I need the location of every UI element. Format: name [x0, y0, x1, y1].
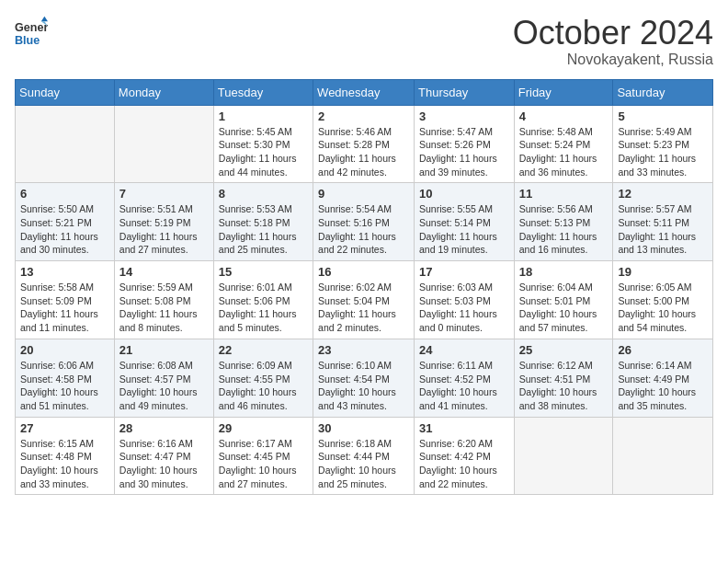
- cell-info: Sunrise: 5:54 AM Sunset: 5:16 PM Dayligh…: [318, 202, 409, 257]
- calendar-cell: 7Sunrise: 5:51 AM Sunset: 5:19 PM Daylig…: [114, 183, 213, 261]
- week-row-4: 20Sunrise: 6:06 AM Sunset: 4:58 PM Dayli…: [16, 339, 713, 417]
- cell-info: Sunrise: 5:47 AM Sunset: 5:26 PM Dayligh…: [419, 125, 509, 179]
- cell-info: Sunrise: 5:58 AM Sunset: 5:09 PM Dayligh…: [20, 281, 109, 335]
- cell-info: Sunrise: 5:53 AM Sunset: 5:18 PM Dayligh…: [219, 202, 308, 257]
- day-number: 28: [119, 421, 209, 435]
- location: Novokayakent, Russia: [513, 52, 713, 68]
- cell-info: Sunrise: 6:02 AM Sunset: 5:04 PM Dayligh…: [318, 281, 409, 335]
- day-number: 19: [618, 265, 708, 279]
- day-number: 2: [318, 109, 409, 123]
- calendar-cell: [613, 417, 713, 495]
- day-number: 6: [20, 187, 109, 201]
- day-number: 29: [219, 421, 308, 435]
- calendar-cell: 29Sunrise: 6:17 AM Sunset: 4:45 PM Dayli…: [213, 417, 313, 495]
- day-number: 31: [419, 421, 509, 435]
- day-number: 15: [219, 265, 308, 279]
- cell-info: Sunrise: 6:06 AM Sunset: 4:58 PM Dayligh…: [20, 359, 109, 413]
- calendar-cell: 27Sunrise: 6:15 AM Sunset: 4:48 PM Dayli…: [16, 417, 115, 495]
- day-number: 9: [318, 187, 409, 201]
- calendar-cell: 8Sunrise: 5:53 AM Sunset: 5:18 PM Daylig…: [213, 183, 313, 261]
- svg-marker-2: [41, 17, 48, 21]
- calendar-cell: 2Sunrise: 5:46 AM Sunset: 5:28 PM Daylig…: [313, 105, 415, 183]
- day-number: 3: [419, 109, 509, 123]
- cell-info: Sunrise: 6:16 AM Sunset: 4:47 PM Dayligh…: [119, 437, 209, 491]
- cell-info: Sunrise: 6:18 AM Sunset: 4:44 PM Dayligh…: [318, 437, 409, 491]
- cell-info: Sunrise: 5:49 AM Sunset: 5:23 PM Dayligh…: [618, 125, 708, 179]
- calendar-cell: [114, 105, 213, 183]
- cell-info: Sunrise: 6:20 AM Sunset: 4:42 PM Dayligh…: [419, 437, 509, 491]
- day-number: 30: [318, 421, 409, 435]
- calendar-cell: 22Sunrise: 6:09 AM Sunset: 4:55 PM Dayli…: [213, 339, 313, 417]
- title-block: October 2024 Novokayakent, Russia: [513, 15, 713, 68]
- day-number: 10: [419, 187, 509, 201]
- day-number: 22: [219, 343, 308, 357]
- svg-text:General: General: [15, 21, 48, 34]
- day-number: 23: [318, 343, 409, 357]
- cell-info: Sunrise: 5:48 AM Sunset: 5:24 PM Dayligh…: [519, 125, 609, 179]
- day-number: 7: [119, 187, 209, 201]
- day-number: 12: [618, 187, 708, 201]
- day-number: 25: [519, 343, 609, 357]
- day-number: 14: [119, 265, 209, 279]
- day-number: 5: [618, 109, 708, 123]
- cell-info: Sunrise: 5:46 AM Sunset: 5:28 PM Dayligh…: [318, 125, 409, 179]
- calendar-cell: 18Sunrise: 6:04 AM Sunset: 5:01 PM Dayli…: [514, 261, 613, 339]
- weekday-header-tuesday: Tuesday: [213, 79, 313, 105]
- logo: General Blue: [15, 15, 48, 48]
- calendar-cell: 14Sunrise: 5:59 AM Sunset: 5:08 PM Dayli…: [114, 261, 213, 339]
- calendar-cell: 16Sunrise: 6:02 AM Sunset: 5:04 PM Dayli…: [313, 261, 415, 339]
- day-number: 11: [519, 187, 609, 201]
- day-number: 4: [519, 109, 609, 123]
- calendar-cell: [514, 417, 613, 495]
- weekday-header-sunday: Sunday: [16, 79, 115, 105]
- calendar-cell: 30Sunrise: 6:18 AM Sunset: 4:44 PM Dayli…: [313, 417, 415, 495]
- cell-info: Sunrise: 5:59 AM Sunset: 5:08 PM Dayligh…: [119, 281, 209, 335]
- cell-info: Sunrise: 6:12 AM Sunset: 4:51 PM Dayligh…: [519, 359, 609, 413]
- cell-info: Sunrise: 6:17 AM Sunset: 4:45 PM Dayligh…: [219, 437, 308, 491]
- day-number: 1: [219, 109, 308, 123]
- calendar-cell: 23Sunrise: 6:10 AM Sunset: 4:54 PM Dayli…: [313, 339, 415, 417]
- cell-info: Sunrise: 6:03 AM Sunset: 5:03 PM Dayligh…: [419, 281, 509, 335]
- calendar-cell: 26Sunrise: 6:14 AM Sunset: 4:49 PM Dayli…: [613, 339, 713, 417]
- cell-info: Sunrise: 5:57 AM Sunset: 5:11 PM Dayligh…: [618, 202, 708, 257]
- cell-info: Sunrise: 6:08 AM Sunset: 4:57 PM Dayligh…: [119, 359, 209, 413]
- weekday-header-row: SundayMondayTuesdayWednesdayThursdayFrid…: [16, 79, 713, 105]
- day-number: 8: [219, 187, 308, 201]
- cell-info: Sunrise: 6:14 AM Sunset: 4:49 PM Dayligh…: [618, 359, 708, 413]
- day-number: 24: [419, 343, 509, 357]
- calendar-table: SundayMondayTuesdayWednesdayThursdayFrid…: [15, 79, 713, 496]
- cell-info: Sunrise: 6:15 AM Sunset: 4:48 PM Dayligh…: [20, 437, 109, 491]
- calendar-cell: 15Sunrise: 6:01 AM Sunset: 5:06 PM Dayli…: [213, 261, 313, 339]
- calendar-cell: 24Sunrise: 6:11 AM Sunset: 4:52 PM Dayli…: [415, 339, 515, 417]
- calendar-cell: 6Sunrise: 5:50 AM Sunset: 5:21 PM Daylig…: [16, 183, 115, 261]
- day-number: 21: [119, 343, 209, 357]
- day-number: 26: [618, 343, 708, 357]
- calendar-cell: 31Sunrise: 6:20 AM Sunset: 4:42 PM Dayli…: [415, 417, 515, 495]
- calendar-cell: 21Sunrise: 6:08 AM Sunset: 4:57 PM Dayli…: [114, 339, 213, 417]
- cell-info: Sunrise: 6:01 AM Sunset: 5:06 PM Dayligh…: [219, 281, 308, 335]
- calendar-cell: 11Sunrise: 5:56 AM Sunset: 5:13 PM Dayli…: [514, 183, 613, 261]
- cell-info: Sunrise: 6:09 AM Sunset: 4:55 PM Dayligh…: [219, 359, 308, 413]
- cell-info: Sunrise: 5:45 AM Sunset: 5:30 PM Dayligh…: [219, 125, 308, 179]
- cell-info: Sunrise: 6:05 AM Sunset: 5:00 PM Dayligh…: [618, 281, 708, 335]
- calendar-cell: 17Sunrise: 6:03 AM Sunset: 5:03 PM Dayli…: [415, 261, 515, 339]
- calendar-cell: 28Sunrise: 6:16 AM Sunset: 4:47 PM Dayli…: [114, 417, 213, 495]
- week-row-5: 27Sunrise: 6:15 AM Sunset: 4:48 PM Dayli…: [16, 417, 713, 495]
- calendar-cell: 25Sunrise: 6:12 AM Sunset: 4:51 PM Dayli…: [514, 339, 613, 417]
- cell-info: Sunrise: 5:55 AM Sunset: 5:14 PM Dayligh…: [419, 202, 509, 257]
- day-number: 20: [20, 343, 109, 357]
- page-header: General Blue October 2024 Novokayakent, …: [15, 15, 713, 68]
- day-number: 18: [519, 265, 609, 279]
- cell-info: Sunrise: 5:50 AM Sunset: 5:21 PM Dayligh…: [20, 202, 109, 257]
- calendar-cell: 10Sunrise: 5:55 AM Sunset: 5:14 PM Dayli…: [415, 183, 515, 261]
- svg-text:Blue: Blue: [15, 34, 40, 47]
- day-number: 13: [20, 265, 109, 279]
- cell-info: Sunrise: 5:56 AM Sunset: 5:13 PM Dayligh…: [519, 202, 609, 257]
- weekday-header-saturday: Saturday: [613, 79, 713, 105]
- logo-icon: General Blue: [15, 15, 48, 48]
- calendar-cell: 19Sunrise: 6:05 AM Sunset: 5:00 PM Dayli…: [613, 261, 713, 339]
- calendar-cell: 3Sunrise: 5:47 AM Sunset: 5:26 PM Daylig…: [415, 105, 515, 183]
- cell-info: Sunrise: 6:11 AM Sunset: 4:52 PM Dayligh…: [419, 359, 509, 413]
- week-row-2: 6Sunrise: 5:50 AM Sunset: 5:21 PM Daylig…: [16, 183, 713, 261]
- weekday-header-monday: Monday: [114, 79, 213, 105]
